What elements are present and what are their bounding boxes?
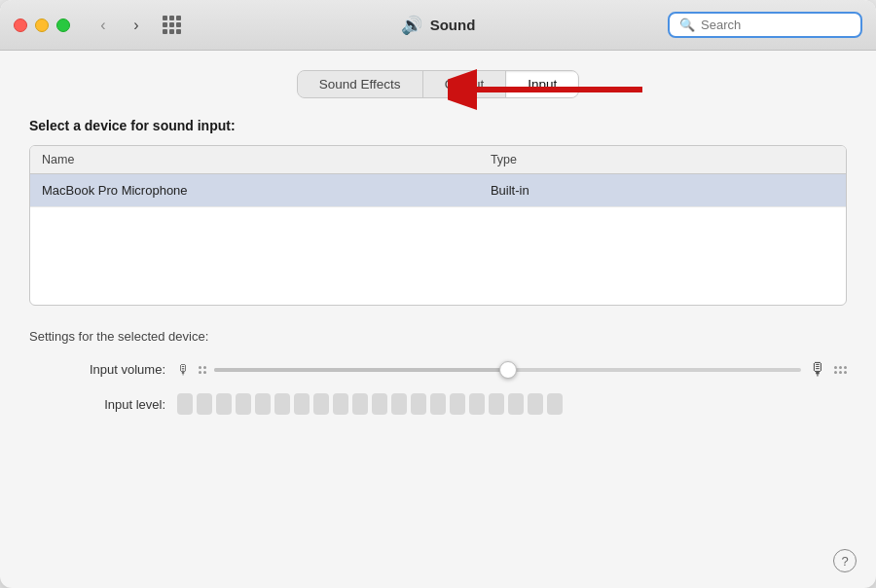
mic-dots-left bbox=[199, 366, 206, 374]
level-bar-19 bbox=[528, 393, 543, 415]
level-bar-4 bbox=[236, 393, 251, 415]
close-button[interactable] bbox=[14, 18, 27, 32]
input-volume-row: Input volume: 🎙 🎙 bbox=[29, 359, 847, 380]
level-bar-15 bbox=[450, 393, 465, 415]
help-button[interactable]: ? bbox=[833, 549, 857, 572]
table-header: Name Type bbox=[30, 146, 846, 174]
grid-icon bbox=[163, 16, 181, 34]
level-bar-17 bbox=[489, 393, 504, 415]
input-volume-slider-container: 🎙 🎙 bbox=[177, 359, 847, 380]
tab-output[interactable]: Output bbox=[423, 71, 507, 97]
traffic-lights bbox=[14, 18, 70, 32]
level-bar-9 bbox=[333, 393, 348, 415]
input-volume-thumb[interactable] bbox=[499, 361, 517, 379]
column-header-type: Type bbox=[479, 146, 846, 173]
table-empty-area bbox=[30, 207, 846, 305]
table-row[interactable]: MacBook Pro Microphone Built-in bbox=[30, 174, 846, 207]
level-bar-13 bbox=[411, 393, 426, 415]
window-title-area: 🔊 Sound bbox=[401, 15, 476, 36]
input-level-label: Input level: bbox=[29, 397, 165, 412]
level-bar-10 bbox=[352, 393, 368, 415]
tab-input[interactable]: Input bbox=[506, 71, 578, 97]
speaker-icon: 🔊 bbox=[401, 15, 422, 36]
input-volume-label: Input volume: bbox=[29, 362, 165, 377]
search-input[interactable] bbox=[701, 18, 851, 32]
device-type-cell: Built-in bbox=[479, 174, 846, 206]
input-level-meter bbox=[177, 393, 563, 415]
level-bar-5 bbox=[255, 393, 271, 415]
level-bar-8 bbox=[313, 393, 329, 415]
bottom-bar: ? bbox=[0, 541, 876, 588]
titlebar: ‹ › 🔊 Sound 🔍 bbox=[0, 0, 876, 51]
section-title: Select a device for sound input: bbox=[29, 118, 847, 133]
sound-preferences-window: ‹ › 🔊 Sound 🔍 bbox=[0, 0, 876, 588]
device-name-cell: MacBook Pro Microphone bbox=[30, 174, 479, 206]
column-header-name: Name bbox=[30, 146, 479, 173]
tabs: Sound Effects Output Input bbox=[297, 70, 579, 98]
mic-dots-right bbox=[834, 366, 847, 374]
nav-buttons: ‹ › bbox=[90, 12, 150, 39]
level-bar-11 bbox=[372, 393, 387, 415]
window-title: Sound bbox=[430, 17, 476, 33]
level-bar-18 bbox=[508, 393, 524, 415]
settings-title: Settings for the selected device: bbox=[29, 329, 847, 344]
mic-icon-small-left: 🎙 bbox=[177, 362, 191, 378]
mic-icon-large-right: 🎙 bbox=[809, 359, 826, 380]
level-bar-12 bbox=[391, 393, 407, 415]
forward-button[interactable]: › bbox=[123, 12, 150, 39]
settings-section: Settings for the selected device: Input … bbox=[29, 329, 847, 428]
level-bar-1 bbox=[177, 393, 193, 415]
grid-view-button[interactable] bbox=[158, 12, 185, 39]
search-box[interactable]: 🔍 bbox=[668, 12, 862, 38]
input-level-row: Input level: bbox=[29, 393, 847, 415]
level-bar-6 bbox=[274, 393, 290, 415]
level-bar-20 bbox=[547, 393, 563, 415]
back-button[interactable]: ‹ bbox=[90, 12, 117, 39]
level-bar-2 bbox=[197, 393, 212, 415]
level-bar-7 bbox=[294, 393, 310, 415]
device-table: Name Type MacBook Pro Microphone Built-i… bbox=[29, 145, 847, 306]
input-volume-track bbox=[214, 368, 801, 372]
content-area: Sound Effects Output Input Select a devi… bbox=[0, 51, 876, 541]
tabs-container: Sound Effects Output Input bbox=[29, 70, 847, 98]
tab-sound-effects[interactable]: Sound Effects bbox=[298, 71, 423, 97]
minimize-button[interactable] bbox=[35, 18, 49, 32]
level-bar-3 bbox=[216, 393, 232, 415]
input-volume-fill bbox=[214, 368, 508, 372]
maximize-button[interactable] bbox=[56, 18, 70, 32]
search-icon: 🔍 bbox=[679, 18, 695, 32]
level-bar-14 bbox=[430, 393, 446, 415]
level-bar-16 bbox=[469, 393, 485, 415]
